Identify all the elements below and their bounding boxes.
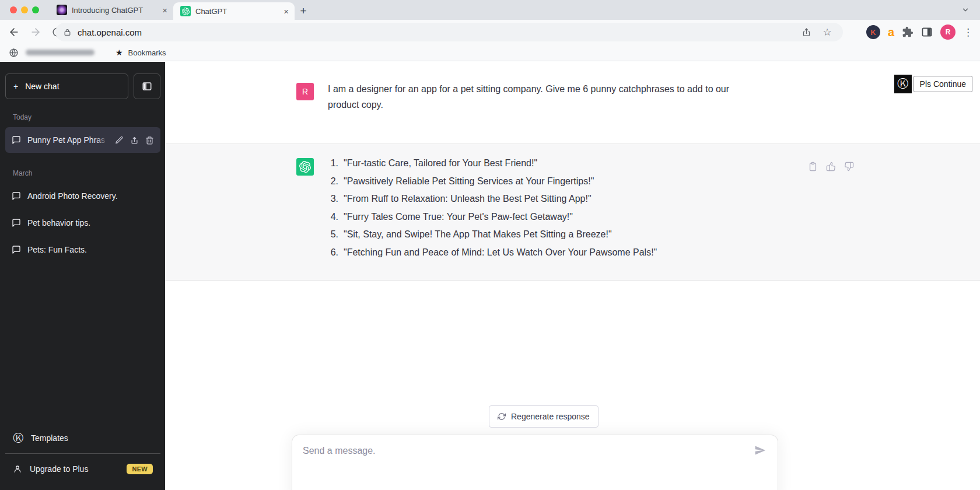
traffic-lights: [10, 6, 39, 13]
chatgpt-favicon: [180, 6, 191, 16]
extension-k-icon[interactable]: K: [866, 25, 880, 39]
chat-title: Pets: Fun Facts.: [27, 245, 154, 254]
list-item: 3."From Ruff to Relaxation: Unleash the …: [324, 190, 657, 208]
plus-icon: +: [13, 82, 18, 91]
new-chat-button[interactable]: + New chat: [5, 74, 128, 99]
message-input-container: [292, 435, 778, 490]
chat-bubble-icon: [12, 135, 21, 145]
bookmark-item-blurred[interactable]: [26, 50, 94, 55]
send-message-icon[interactable]: [754, 444, 767, 457]
collapse-sidebar-button[interactable]: [134, 74, 160, 99]
delete-trash-icon[interactable]: [145, 136, 154, 145]
extensions-puzzle-icon[interactable]: [902, 26, 914, 38]
history-section-today: Today: [5, 107, 160, 127]
bookmarks-folder[interactable]: Bookmarks: [128, 48, 166, 57]
upgrade-to-plus-menu-item[interactable]: Upgrade to Plus NEW: [5, 456, 160, 482]
sidebar-item-punny-pet-app[interactable]: Punny Pet App Phras: [5, 127, 160, 153]
back-button[interactable]: [6, 24, 22, 40]
refresh-icon: [498, 412, 506, 421]
conversation-panel: R I am a designer for an app for a pet s…: [165, 62, 980, 490]
history-section-march: March: [5, 163, 160, 183]
tab-title: ChatGPT: [195, 7, 279, 16]
chat-title: Android Photo Recovery.: [27, 191, 154, 201]
url-text: chat.openai.com: [78, 27, 142, 37]
person-icon: [13, 464, 22, 474]
tab-search-chevron-icon[interactable]: [961, 6, 970, 14]
openai-blog-favicon: [57, 5, 67, 15]
forward-button[interactable]: [27, 24, 44, 40]
thumbs-up-icon[interactable]: [826, 162, 836, 172]
thumbs-down-icon[interactable]: [844, 162, 855, 172]
user-message-row: R I am a designer for an app for a pet s…: [165, 62, 980, 144]
share-chat-icon[interactable]: [130, 136, 139, 145]
minimize-window-button[interactable]: [21, 6, 28, 13]
chat-title: Punny Pet App Phras: [27, 135, 108, 145]
bookmarks-bar: ★ Bookmarks: [0, 44, 980, 61]
globe-icon: [9, 48, 19, 58]
k-extension-badge-icon: Ⓚ: [894, 75, 912, 93]
bookmarks-star-icon: ★: [116, 48, 123, 57]
footer-divider: [5, 453, 160, 454]
pls-continue-button[interactable]: Pls Continue: [914, 76, 972, 92]
message-input[interactable]: [303, 446, 743, 456]
new-chat-label: New chat: [25, 82, 59, 91]
tab-strip: Introducing ChatGPT × ChatGPT × +: [0, 0, 980, 20]
share-icon[interactable]: [799, 24, 814, 40]
list-item: 2."Pawsitively Reliable Pet Sitting Serv…: [324, 173, 657, 191]
chat-bubble-icon: [12, 218, 21, 228]
user-message-text: I am a designer for an app for a pet sit…: [328, 81, 749, 113]
browser-toolbar: chat.openai.com ☆ K a R ⋮: [0, 20, 980, 44]
user-avatar: R: [296, 83, 314, 100]
sidebar-item-pets-fun-facts[interactable]: Pets: Fun Facts.: [5, 237, 160, 262]
pls-continue-widget: Ⓚ Pls Continue: [894, 75, 972, 93]
templates-menu-item[interactable]: Ⓚ Templates: [5, 425, 160, 451]
k-circle-icon: Ⓚ: [13, 433, 23, 443]
tab-title: Introducing ChatGPT: [72, 6, 158, 15]
edit-pencil-icon[interactable]: [115, 136, 124, 145]
assistant-catchphrase-list: 1."Fur-tastic Care, Tailored for Your Be…: [324, 155, 657, 261]
close-tab-icon[interactable]: ×: [284, 7, 289, 16]
message-actions: [808, 162, 855, 172]
list-item: 1."Fur-tastic Care, Tailored for Your Be…: [324, 155, 657, 173]
copy-clipboard-icon[interactable]: [808, 162, 818, 172]
maximize-window-button[interactable]: [32, 6, 39, 13]
extension-amazon-icon[interactable]: a: [888, 26, 894, 38]
sidebar-item-pet-behavior-tips[interactable]: Pet behavior tips.: [5, 210, 160, 236]
sidebar-item-android-photo-recovery[interactable]: Android Photo Recovery.: [5, 183, 160, 209]
upgrade-label: Upgrade to Plus: [30, 464, 88, 474]
close-tab-icon[interactable]: ×: [162, 6, 167, 15]
sidebar: + New chat Today Punny Pet App Phras: [0, 62, 165, 490]
bookmark-star-icon[interactable]: ☆: [820, 24, 835, 40]
list-item: 4."Furry Tales Come True: Your Pet's Paw…: [324, 208, 657, 226]
lock-icon: [64, 28, 71, 37]
chatgpt-app: + New chat Today Punny Pet App Phras: [0, 62, 980, 490]
browser-profile-avatar[interactable]: R: [940, 24, 956, 40]
address-bar[interactable]: chat.openai.com ☆: [55, 23, 843, 41]
new-tab-button[interactable]: +: [296, 4, 310, 18]
tab-introducing-chatgpt[interactable]: Introducing ChatGPT ×: [50, 0, 173, 20]
regenerate-label: Regenerate response: [511, 412, 590, 421]
templates-label: Templates: [31, 433, 68, 443]
chat-bubble-icon: [12, 191, 21, 201]
tab-chatgpt[interactable]: ChatGPT ×: [173, 2, 295, 20]
close-window-button[interactable]: [10, 6, 17, 13]
chatgpt-avatar: [296, 158, 314, 176]
list-item: 5."Sit, Stay, and Swipe! The App That Ma…: [324, 226, 657, 244]
chat-title: Pet behavior tips.: [27, 218, 154, 228]
browser-menu-icon[interactable]: ⋮: [963, 26, 973, 38]
assistant-message-row: 1."Fur-tastic Care, Tailored for Your Be…: [165, 144, 980, 281]
side-panel-icon[interactable]: [921, 26, 933, 38]
regenerate-response-button[interactable]: Regenerate response: [489, 405, 598, 428]
new-badge: NEW: [127, 464, 153, 474]
list-item: 6."Fetching Fun and Peace of Mind: Let U…: [324, 244, 657, 262]
chat-bubble-icon: [12, 245, 21, 254]
